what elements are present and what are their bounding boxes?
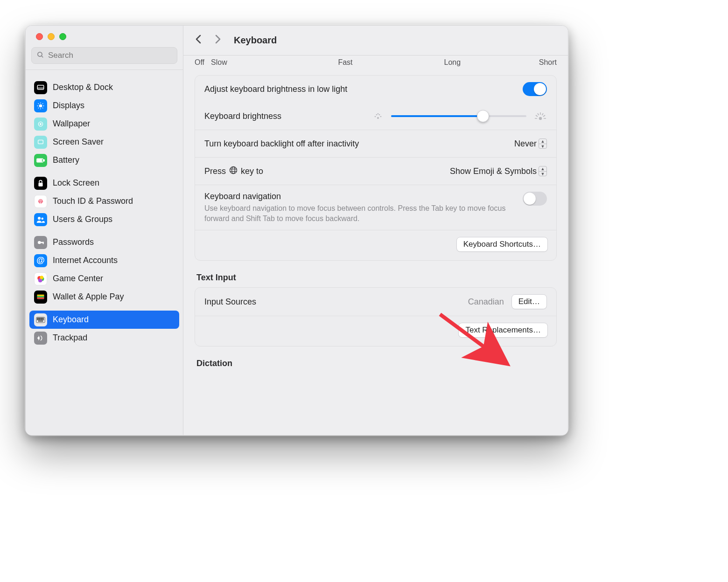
sidebar-item-wallet[interactable]: Wallet & Apple Pay	[29, 288, 179, 306]
keyboard-navigation-toggle[interactable]	[523, 192, 547, 206]
titlebar: Keyboard	[183, 26, 568, 55]
text-input-heading: Text Input	[196, 273, 555, 283]
svg-point-52	[376, 114, 378, 116]
svg-rect-47	[38, 320, 43, 321]
keyboard-navigation-label: Keyboard navigation	[204, 192, 515, 201]
tick-slow: Slow	[211, 58, 227, 67]
svg-point-63	[230, 166, 237, 173]
search-icon	[36, 51, 44, 61]
keyboard-shortcuts-button[interactable]: Keyboard Shortcuts…	[456, 237, 548, 252]
sidebar-item-battery[interactable]: Battery	[29, 151, 179, 169]
search-field[interactable]	[31, 47, 177, 64]
svg-point-4	[39, 104, 42, 107]
sidebar-item-passwords[interactable]: Passwords	[29, 233, 179, 251]
globe-icon	[229, 166, 238, 177]
svg-line-9	[38, 103, 39, 104]
internet-accounts-icon: @	[34, 254, 47, 267]
lock-screen-icon	[34, 177, 47, 190]
adjust-low-light-toggle[interactable]	[523, 82, 547, 96]
keyboard-brightness-slider[interactable]	[391, 115, 526, 117]
users-groups-icon	[34, 213, 47, 226]
zoom-window-button[interactable]	[59, 33, 66, 40]
page-title: Keyboard	[234, 35, 277, 46]
svg-line-62	[542, 113, 544, 115]
input-sources-label: Input Sources	[204, 297, 461, 307]
sidebar-item-label: Passwords	[53, 237, 94, 247]
forward-button[interactable]	[214, 34, 225, 47]
search-input[interactable]	[48, 51, 172, 60]
wallpaper-icon	[34, 118, 47, 131]
sidebar-item-screen-saver[interactable]: Screen Saver	[29, 133, 179, 151]
backlight-off-value: Never	[514, 139, 537, 149]
slider-tick-labels: Off Slow Fast Long Short	[195, 58, 557, 67]
sidebar-item-users-groups[interactable]: Users & Groups	[29, 210, 179, 229]
svg-rect-19	[38, 182, 42, 186]
svg-rect-2	[37, 85, 44, 89]
svg-point-49	[377, 117, 379, 119]
minimize-window-button[interactable]	[48, 33, 55, 40]
svg-rect-32	[37, 297, 44, 298]
svg-point-20	[38, 217, 41, 220]
svg-rect-45	[42, 319, 43, 320]
adjust-low-light-label: Adjust keyboard brightness in low light	[204, 84, 515, 94]
sidebar-item-label: Wallpaper	[53, 119, 90, 129]
sidebar-item-label: Users & Groups	[53, 215, 112, 224]
sidebar-item-trackpad[interactable]: Trackpad	[29, 329, 179, 347]
sidebar-item-label: Lock Screen	[53, 178, 99, 188]
press-globe-suffix: key to	[241, 166, 263, 176]
edit-input-sources-button[interactable]: Edit…	[511, 294, 547, 309]
sidebar-item-touch-id[interactable]: Touch ID & Password	[29, 192, 179, 210]
brightness-low-icon	[372, 112, 384, 120]
svg-rect-35	[37, 318, 38, 319]
tick-long: Long	[444, 58, 461, 67]
sidebar-item-wallpaper[interactable]: Wallpaper	[29, 115, 179, 133]
sidebar: Desktop & Dock Displays Wallpaper Screen…	[26, 26, 183, 435]
row-adjust-low-light: Adjust keyboard brightness in low light	[195, 76, 556, 103]
sidebar-item-label: Keyboard	[53, 315, 89, 325]
battery-icon	[34, 154, 47, 167]
passwords-icon	[34, 236, 47, 249]
content-area[interactable]: Off Slow Fast Long Short Adjust keyboard…	[183, 55, 568, 435]
svg-rect-39	[42, 318, 43, 319]
svg-rect-31	[37, 296, 44, 297]
backlight-off-popup[interactable]: Never ▲▼	[514, 139, 547, 149]
displays-icon	[34, 99, 47, 112]
keyboard-brightness-label: Keyboard brightness	[204, 111, 365, 121]
keyboard-settings-panel: Adjust keyboard brightness in low light …	[195, 75, 557, 261]
sidebar-item-displays[interactable]: Displays	[29, 97, 179, 115]
press-globe-popup[interactable]: Show Emoji & Symbols ▲▼	[450, 166, 547, 176]
sidebar-item-label: Touch ID & Password	[53, 196, 133, 206]
svg-point-64	[232, 166, 235, 173]
sidebar-item-game-center[interactable]: Game Center	[29, 270, 179, 288]
close-window-button[interactable]	[36, 33, 43, 40]
svg-point-21	[42, 217, 44, 220]
back-button[interactable]	[195, 34, 206, 47]
sidebar-item-label: Internet Accounts	[53, 256, 118, 265]
svg-rect-24	[43, 242, 44, 244]
trackpad-icon	[34, 332, 47, 345]
svg-point-53	[379, 114, 380, 116]
stepper-icon: ▲▼	[539, 139, 547, 149]
svg-point-14	[40, 123, 42, 125]
tick-fast: Fast	[338, 58, 352, 67]
sidebar-item-internet-accounts[interactable]: @ Internet Accounts	[29, 251, 179, 270]
svg-rect-15	[38, 140, 43, 144]
touch-id-icon	[34, 195, 47, 208]
svg-rect-41	[37, 319, 38, 320]
sidebar-item-keyboard[interactable]: Keyboard	[29, 311, 179, 329]
text-replacements-button[interactable]: Text Replacements…	[458, 323, 548, 338]
svg-rect-37	[40, 318, 41, 319]
tick-off: Off	[195, 58, 204, 67]
sidebar-item-label: Game Center	[53, 274, 103, 284]
sidebar-item-label: Trackpad	[53, 333, 87, 343]
sidebar-item-lock-screen[interactable]: Lock Screen	[29, 174, 179, 192]
sidebar-item-label: Screen Saver	[53, 137, 104, 147]
svg-rect-17	[37, 159, 42, 161]
row-backlight-off: Turn keyboard backlight off after inacti…	[195, 130, 556, 157]
svg-rect-44	[41, 319, 42, 320]
svg-rect-30	[37, 294, 44, 296]
row-keyboard-navigation: Keyboard navigation Use keyboard navigat…	[195, 185, 556, 230]
sidebar-list[interactable]: Desktop & Dock Displays Wallpaper Screen…	[26, 69, 183, 435]
sidebar-item-label: Displays	[53, 101, 84, 111]
sidebar-item-desktop-dock[interactable]: Desktop & Dock	[29, 78, 179, 97]
